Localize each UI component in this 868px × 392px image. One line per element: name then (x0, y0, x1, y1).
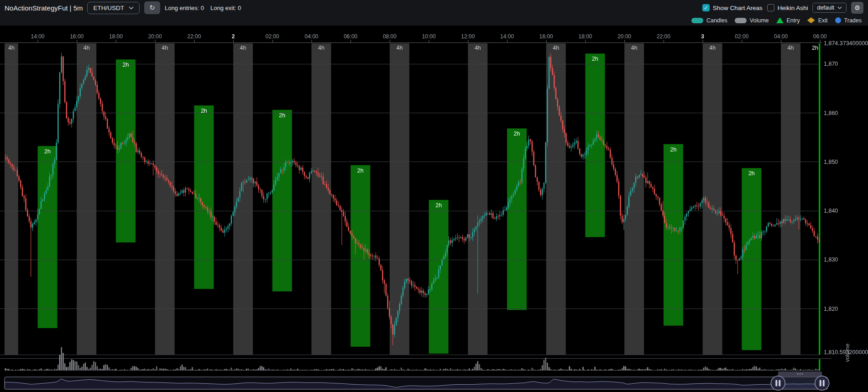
chevron-down-icon (837, 6, 842, 9)
show-chart-areas-label: Show Chart Areas (713, 5, 763, 11)
gear-icon: ⚙ (854, 4, 860, 11)
chart-legend: Candles Volume Entry Exit Trades (0, 15, 868, 26)
legend-label: Candles (706, 17, 727, 24)
entry-triangle-icon (776, 17, 784, 23)
show-chart-areas-checkbox[interactable]: ✓ Show Chart Areas (702, 4, 763, 11)
top-toolbar: NoActionStrategyFut | 5m ETH/USDT ↻ Long… (0, 0, 868, 16)
legend-item-exit[interactable]: Exit (807, 17, 828, 24)
refresh-button[interactable]: ↻ (144, 1, 160, 14)
trades-circle-icon (835, 17, 841, 23)
trade-stats: Long entries: 0 Long exit: 0 (165, 5, 241, 11)
legend-label: Trades (844, 17, 862, 24)
legend-label: Volume (750, 17, 769, 24)
price-chart-canvas[interactable] (0, 26, 868, 392)
plot-config-select[interactable]: default (812, 3, 847, 13)
settings-button[interactable]: ⚙ (851, 2, 863, 14)
chevron-down-icon (129, 6, 134, 10)
heikin-ashi-label: Heikin Ashi (778, 5, 808, 11)
refresh-icon: ↻ (149, 4, 155, 12)
strategy-title: NoActionStrategyFut | 5m (5, 4, 83, 12)
legend-item-entry[interactable]: Entry (776, 17, 800, 24)
plot-config-value: default (817, 5, 834, 11)
candles-swatch-icon (691, 18, 703, 23)
checkbox-unchecked-icon (767, 4, 774, 11)
legend-label: Entry (787, 17, 800, 24)
heikin-ashi-checkbox[interactable]: Heikin Ashi (767, 4, 808, 11)
checkbox-checked-icon: ✓ (702, 4, 710, 11)
pair-select[interactable]: ETH/USDT (87, 2, 140, 14)
pair-select-value: ETH/USDT (93, 5, 124, 11)
volume-swatch-icon (735, 18, 747, 23)
legend-label: Exit (818, 17, 828, 24)
exit-diamond-icon (807, 17, 815, 23)
legend-item-candles[interactable]: Candles (691, 17, 727, 24)
legend-item-trades[interactable]: Trades (835, 17, 862, 24)
long-entries-stat: Long entries: 0 (165, 5, 204, 11)
long-exit-stat: Long exit: 0 (210, 5, 241, 11)
legend-item-volume[interactable]: Volume (735, 17, 769, 24)
